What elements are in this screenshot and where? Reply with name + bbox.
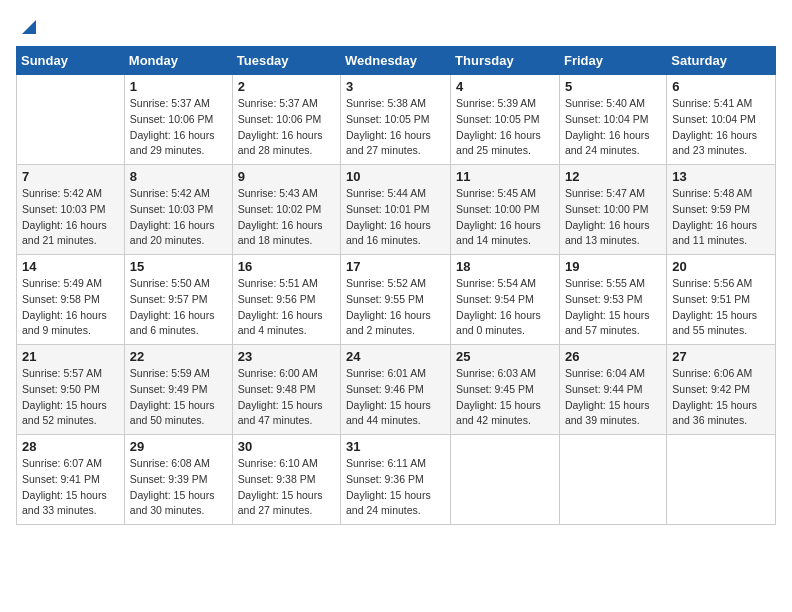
day-info-10: Sunrise: 5:44 AMSunset: 10:01 PMDaylight… xyxy=(346,186,445,249)
cell-w3-d0: 14Sunrise: 5:49 AMSunset: 9:58 PMDayligh… xyxy=(17,255,125,345)
day-info-5: Sunrise: 5:40 AMSunset: 10:04 PMDaylight… xyxy=(565,96,661,159)
cell-w3-d4: 18Sunrise: 5:54 AMSunset: 9:54 PMDayligh… xyxy=(451,255,560,345)
header-thursday: Thursday xyxy=(451,47,560,75)
cell-w2-d4: 11Sunrise: 5:45 AMSunset: 10:00 PMDaylig… xyxy=(451,165,560,255)
header-monday: Monday xyxy=(124,47,232,75)
day-info-18: Sunrise: 5:54 AMSunset: 9:54 PMDaylight:… xyxy=(456,276,554,339)
day-num-7: 7 xyxy=(22,169,119,184)
day-info-17: Sunrise: 5:52 AMSunset: 9:55 PMDaylight:… xyxy=(346,276,445,339)
day-info-19: Sunrise: 5:55 AMSunset: 9:53 PMDaylight:… xyxy=(565,276,661,339)
cell-w5-d1: 29Sunrise: 6:08 AMSunset: 9:39 PMDayligh… xyxy=(124,435,232,525)
week-row-4: 21Sunrise: 5:57 AMSunset: 9:50 PMDayligh… xyxy=(17,345,776,435)
cell-w3-d3: 17Sunrise: 5:52 AMSunset: 9:55 PMDayligh… xyxy=(341,255,451,345)
day-num-11: 11 xyxy=(456,169,554,184)
cell-w5-d5 xyxy=(559,435,666,525)
day-info-20: Sunrise: 5:56 AMSunset: 9:51 PMDaylight:… xyxy=(672,276,770,339)
day-num-31: 31 xyxy=(346,439,445,454)
day-num-20: 20 xyxy=(672,259,770,274)
day-num-14: 14 xyxy=(22,259,119,274)
cell-w1-d5: 5Sunrise: 5:40 AMSunset: 10:04 PMDayligh… xyxy=(559,75,666,165)
day-num-27: 27 xyxy=(672,349,770,364)
day-num-1: 1 xyxy=(130,79,227,94)
day-info-30: Sunrise: 6:10 AMSunset: 9:38 PMDaylight:… xyxy=(238,456,335,519)
day-info-24: Sunrise: 6:01 AMSunset: 9:46 PMDaylight:… xyxy=(346,366,445,429)
header-sunday: Sunday xyxy=(17,47,125,75)
weekday-header-row: SundayMondayTuesdayWednesdayThursdayFrid… xyxy=(17,47,776,75)
day-num-10: 10 xyxy=(346,169,445,184)
cell-w1-d3: 3Sunrise: 5:38 AMSunset: 10:05 PMDayligh… xyxy=(341,75,451,165)
day-info-9: Sunrise: 5:43 AMSunset: 10:02 PMDaylight… xyxy=(238,186,335,249)
day-num-29: 29 xyxy=(130,439,227,454)
day-num-17: 17 xyxy=(346,259,445,274)
day-info-4: Sunrise: 5:39 AMSunset: 10:05 PMDaylight… xyxy=(456,96,554,159)
day-info-14: Sunrise: 5:49 AMSunset: 9:58 PMDaylight:… xyxy=(22,276,119,339)
cell-w5-d3: 31Sunrise: 6:11 AMSunset: 9:36 PMDayligh… xyxy=(341,435,451,525)
day-num-19: 19 xyxy=(565,259,661,274)
week-row-1: 1Sunrise: 5:37 AMSunset: 10:06 PMDayligh… xyxy=(17,75,776,165)
week-row-2: 7Sunrise: 5:42 AMSunset: 10:03 PMDayligh… xyxy=(17,165,776,255)
day-num-2: 2 xyxy=(238,79,335,94)
day-num-25: 25 xyxy=(456,349,554,364)
header-wednesday: Wednesday xyxy=(341,47,451,75)
header-tuesday: Tuesday xyxy=(232,47,340,75)
cell-w1-d2: 2Sunrise: 5:37 AMSunset: 10:06 PMDayligh… xyxy=(232,75,340,165)
cell-w2-d6: 13Sunrise: 5:48 AMSunset: 9:59 PMDayligh… xyxy=(667,165,776,255)
cell-w2-d0: 7Sunrise: 5:42 AMSunset: 10:03 PMDayligh… xyxy=(17,165,125,255)
day-num-3: 3 xyxy=(346,79,445,94)
day-info-27: Sunrise: 6:06 AMSunset: 9:42 PMDaylight:… xyxy=(672,366,770,429)
day-num-23: 23 xyxy=(238,349,335,364)
cell-w4-d0: 21Sunrise: 5:57 AMSunset: 9:50 PMDayligh… xyxy=(17,345,125,435)
header-saturday: Saturday xyxy=(667,47,776,75)
cell-w4-d2: 23Sunrise: 6:00 AMSunset: 9:48 PMDayligh… xyxy=(232,345,340,435)
cell-w4-d5: 26Sunrise: 6:04 AMSunset: 9:44 PMDayligh… xyxy=(559,345,666,435)
logo xyxy=(16,16,36,38)
day-info-22: Sunrise: 5:59 AMSunset: 9:49 PMDaylight:… xyxy=(130,366,227,429)
day-num-6: 6 xyxy=(672,79,770,94)
cell-w4-d3: 24Sunrise: 6:01 AMSunset: 9:46 PMDayligh… xyxy=(341,345,451,435)
cell-w1-d4: 4Sunrise: 5:39 AMSunset: 10:05 PMDayligh… xyxy=(451,75,560,165)
day-info-1: Sunrise: 5:37 AMSunset: 10:06 PMDaylight… xyxy=(130,96,227,159)
day-num-28: 28 xyxy=(22,439,119,454)
cell-w4-d4: 25Sunrise: 6:03 AMSunset: 9:45 PMDayligh… xyxy=(451,345,560,435)
week-row-3: 14Sunrise: 5:49 AMSunset: 9:58 PMDayligh… xyxy=(17,255,776,345)
cell-w1-d0 xyxy=(17,75,125,165)
cell-w1-d1: 1Sunrise: 5:37 AMSunset: 10:06 PMDayligh… xyxy=(124,75,232,165)
cell-w2-d5: 12Sunrise: 5:47 AMSunset: 10:00 PMDaylig… xyxy=(559,165,666,255)
day-num-21: 21 xyxy=(22,349,119,364)
header-area xyxy=(16,16,776,38)
day-num-26: 26 xyxy=(565,349,661,364)
day-info-12: Sunrise: 5:47 AMSunset: 10:00 PMDaylight… xyxy=(565,186,661,249)
cell-w3-d2: 16Sunrise: 5:51 AMSunset: 9:56 PMDayligh… xyxy=(232,255,340,345)
day-num-8: 8 xyxy=(130,169,227,184)
day-num-9: 9 xyxy=(238,169,335,184)
week-row-5: 28Sunrise: 6:07 AMSunset: 9:41 PMDayligh… xyxy=(17,435,776,525)
cell-w5-d2: 30Sunrise: 6:10 AMSunset: 9:38 PMDayligh… xyxy=(232,435,340,525)
day-num-5: 5 xyxy=(565,79,661,94)
day-info-2: Sunrise: 5:37 AMSunset: 10:06 PMDaylight… xyxy=(238,96,335,159)
day-num-18: 18 xyxy=(456,259,554,274)
day-info-6: Sunrise: 5:41 AMSunset: 10:04 PMDaylight… xyxy=(672,96,770,159)
day-info-29: Sunrise: 6:08 AMSunset: 9:39 PMDaylight:… xyxy=(130,456,227,519)
cell-w5-d0: 28Sunrise: 6:07 AMSunset: 9:41 PMDayligh… xyxy=(17,435,125,525)
cell-w2-d3: 10Sunrise: 5:44 AMSunset: 10:01 PMDaylig… xyxy=(341,165,451,255)
day-num-30: 30 xyxy=(238,439,335,454)
cell-w5-d6 xyxy=(667,435,776,525)
day-num-22: 22 xyxy=(130,349,227,364)
day-num-15: 15 xyxy=(130,259,227,274)
day-num-13: 13 xyxy=(672,169,770,184)
day-num-24: 24 xyxy=(346,349,445,364)
cell-w4-d6: 27Sunrise: 6:06 AMSunset: 9:42 PMDayligh… xyxy=(667,345,776,435)
cell-w2-d2: 9Sunrise: 5:43 AMSunset: 10:02 PMDayligh… xyxy=(232,165,340,255)
day-num-16: 16 xyxy=(238,259,335,274)
day-info-31: Sunrise: 6:11 AMSunset: 9:36 PMDaylight:… xyxy=(346,456,445,519)
day-info-21: Sunrise: 5:57 AMSunset: 9:50 PMDaylight:… xyxy=(22,366,119,429)
cell-w2-d1: 8Sunrise: 5:42 AMSunset: 10:03 PMDayligh… xyxy=(124,165,232,255)
cell-w4-d1: 22Sunrise: 5:59 AMSunset: 9:49 PMDayligh… xyxy=(124,345,232,435)
calendar-table: SundayMondayTuesdayWednesdayThursdayFrid… xyxy=(16,46,776,525)
day-info-8: Sunrise: 5:42 AMSunset: 10:03 PMDaylight… xyxy=(130,186,227,249)
cell-w3-d5: 19Sunrise: 5:55 AMSunset: 9:53 PMDayligh… xyxy=(559,255,666,345)
header-friday: Friday xyxy=(559,47,666,75)
day-num-12: 12 xyxy=(565,169,661,184)
cell-w3-d6: 20Sunrise: 5:56 AMSunset: 9:51 PMDayligh… xyxy=(667,255,776,345)
day-info-13: Sunrise: 5:48 AMSunset: 9:59 PMDaylight:… xyxy=(672,186,770,249)
